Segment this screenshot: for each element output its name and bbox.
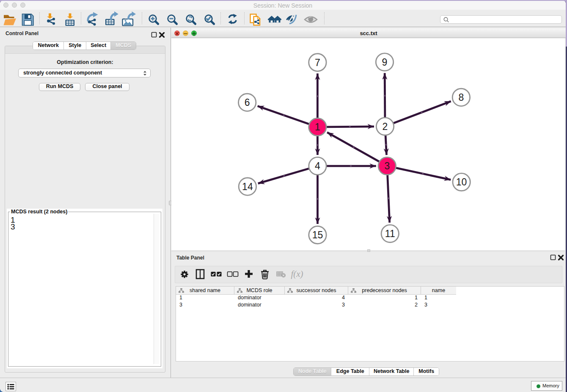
svg-text:f(x): f(x) [291,269,303,279]
svg-text:7: 7 [315,57,320,68]
svg-text:14: 14 [242,181,253,192]
svg-text:11: 11 [385,228,395,239]
svg-text:4: 4 [315,160,320,171]
svg-text:3: 3 [384,160,390,171]
svg-text:1: 1 [315,121,320,133]
svg-text:2: 2 [383,121,388,132]
svg-text:8: 8 [459,92,464,103]
svg-text:10: 10 [456,177,467,188]
svg-text:6: 6 [245,97,250,108]
svg-text:9: 9 [382,57,388,68]
svg-text:15: 15 [312,229,323,240]
